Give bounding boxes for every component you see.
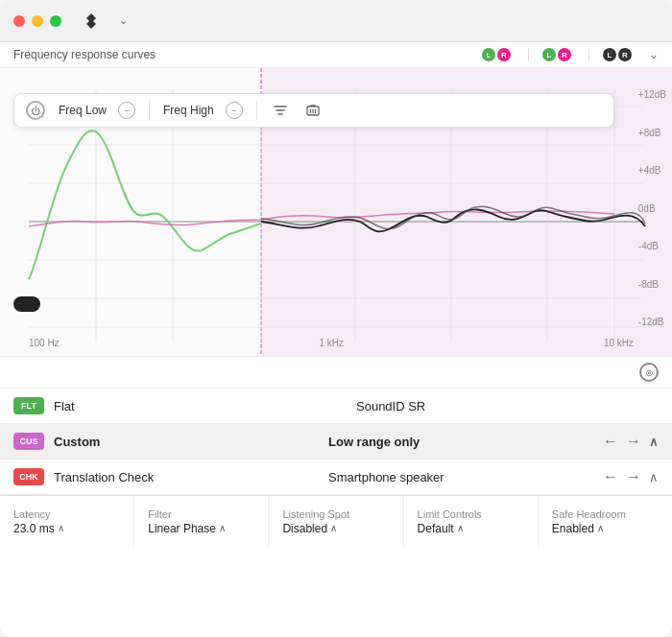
filter-delete-icon[interactable] — [303, 101, 323, 120]
toolbar-separator-1 — [149, 101, 150, 120]
calibration-lr-badge: L R — [542, 48, 571, 61]
hz-100: 100 Hz — [29, 338, 60, 348]
preset-collapse-2[interactable]: ∧ — [649, 470, 659, 484]
freq-high-control: Freq High − — [163, 102, 243, 119]
fullscreen-button[interactable] — [50, 15, 61, 27]
cal-l-badge: L — [542, 48, 556, 61]
preset-mode-1: Low range only — [328, 435, 603, 449]
simulated-lr-badge: L R — [482, 48, 511, 61]
bottom-item-label-0: Latency — [13, 508, 120, 520]
close-button[interactable] — [13, 15, 25, 27]
preset-next-1[interactable]: → — [626, 434, 641, 449]
legend-target: L R — [603, 48, 636, 61]
preset-prev-2[interactable]: ← — [603, 469, 618, 484]
bottom-bar: Latency23.0 ms ∧FilterLinear Phase ∧List… — [0, 495, 672, 547]
bottom-item-value-4: Enabled ∧ — [552, 522, 659, 535]
bottom-item-value-3: Default ∧ — [418, 522, 524, 535]
target-l-badge: L — [603, 48, 616, 61]
bottom-item-arrow-4[interactable]: ∧ — [597, 523, 604, 533]
target-r-badge: R — [618, 48, 632, 61]
preset-mode-2: Smartphone speaker — [328, 470, 603, 484]
db-label-neg8: -8dB — [638, 279, 666, 290]
app-icon — [81, 11, 102, 32]
bottom-item-label-3: Limit Controls — [418, 508, 524, 520]
freq-low-control: Freq Low − — [59, 102, 135, 119]
preset-actions-1: ←→∧ — [603, 434, 659, 449]
toolbar-separator-2 — [256, 101, 257, 120]
bottom-item-4[interactable]: Safe HeadroomEnabled ∧ — [539, 496, 672, 547]
preset-row-0[interactable]: FLTFlatSoundID SR — [0, 389, 672, 424]
db-label-4: +4dB — [638, 165, 666, 176]
bottom-item-value-1: Linear Phase ∧ — [148, 522, 254, 535]
freq-low-decrease[interactable]: − — [118, 102, 135, 119]
preset-row-2[interactable]: CHKTranslation CheckSmartphone speaker←→… — [0, 460, 672, 495]
preset-name-2: Translation Check — [54, 470, 328, 484]
legend-divider-2 — [588, 48, 589, 61]
app-dropdown-icon[interactable]: ⌄ — [119, 14, 128, 27]
hz-labels: 100 Hz 1 kHz 10 kHz — [29, 338, 634, 348]
preset-mode-0: SoundID SR — [356, 399, 659, 413]
freq-response-label: Frequency response curves — [13, 48, 482, 61]
legend-calibration: L R — [542, 48, 575, 61]
db-label-neg12: -12dB — [638, 317, 666, 327]
freq-high-label: Freq High — [163, 104, 214, 117]
legend-simulated: L R — [482, 48, 515, 61]
titlebar: ⌄ — [0, 0, 672, 42]
chart-area: ⏻ Freq Low − Freq High − — [0, 68, 672, 356]
preset-next-2[interactable]: → — [626, 469, 641, 484]
db-labels: +12dB +8dB +4dB 0dB -4dB -8dB -12dB — [638, 89, 666, 327]
preset-name-0: Flat — [54, 399, 356, 413]
freq-high-decrease[interactable]: − — [226, 102, 243, 119]
preset-collapse-1[interactable]: ∧ — [649, 435, 659, 449]
db-label-8: +8dB — [638, 128, 666, 138]
bottom-item-label-1: Filter — [148, 508, 254, 520]
freq-low-label: Freq Low — [59, 104, 107, 117]
cal-r-badge: R — [558, 48, 571, 61]
freq-response-header: Frequency response curves L R L R — [0, 42, 672, 68]
bottom-item-0[interactable]: Latency23.0 ms ∧ — [0, 496, 134, 547]
preset-row-1[interactable]: CUSCustomLow range only←→∧ — [0, 424, 672, 460]
preset-list: FLTFlatSoundID SRCUSCustomLow range only… — [0, 389, 672, 495]
bottom-item-label-4: Safe Headroom — [552, 508, 659, 520]
power-button[interactable]: ⏻ — [26, 101, 45, 120]
minimize-button[interactable] — [32, 15, 43, 27]
filter-toolbar: ⏻ Freq Low − Freq High − — [13, 93, 614, 128]
hz-10k: 10 kHz — [604, 338, 634, 348]
preset-prev-1[interactable]: ← — [603, 434, 618, 449]
drywet-control: ◎ — [628, 363, 659, 382]
hz-1k: 1 kHz — [320, 338, 345, 348]
main-window: ⌄ Frequency response curves L R L R — [0, 0, 672, 637]
create-preset-button[interactable] — [13, 296, 40, 312]
target-lr-badge: L R — [603, 48, 632, 61]
preset-badge-1: CUS — [13, 433, 44, 450]
traffic-lights — [13, 15, 61, 27]
bottom-item-arrow-0[interactable]: ∧ — [58, 523, 64, 533]
filter-settings-icon[interactable] — [271, 101, 290, 120]
target-bar: ◎ — [0, 356, 672, 389]
simulated-r-badge: R — [497, 48, 511, 61]
bottom-item-arrow-1[interactable]: ∧ — [219, 523, 226, 533]
app-title: ⌄ — [113, 14, 128, 27]
bottom-item-label-2: Listening Spot — [282, 508, 389, 520]
preset-actions-2: ←→∧ — [603, 469, 659, 484]
bottom-item-arrow-3[interactable]: ∧ — [457, 523, 464, 533]
legend-divider-1 — [528, 48, 529, 61]
on-section-label — [0, 68, 262, 89]
bottom-item-3[interactable]: Limit ControlsDefault ∧ — [404, 496, 539, 547]
db-label-12: +12dB — [638, 89, 666, 100]
bottom-item-arrow-2[interactable]: ∧ — [330, 523, 337, 533]
preset-badge-0: FLT — [13, 397, 44, 414]
legend: L R L R L R ⌄ — [482, 48, 659, 61]
db-label-0: 0dB — [638, 203, 666, 214]
bottom-item-value-2: Disabled ∧ — [282, 522, 389, 535]
bottom-item-1[interactable]: FilterLinear Phase ∧ — [134, 496, 269, 547]
legend-expand-icon[interactable]: ⌄ — [649, 48, 659, 61]
off-section-label — [262, 68, 672, 89]
bottom-item-2[interactable]: Listening SpotDisabled ∧ — [269, 496, 403, 547]
drywet-knob[interactable]: ◎ — [639, 363, 659, 382]
preset-badge-2: CHK — [13, 468, 44, 485]
simulated-l-badge: L — [482, 48, 495, 61]
bottom-item-value-0: 23.0 ms ∧ — [13, 522, 120, 535]
preset-name-1: Custom — [54, 435, 328, 449]
db-label-neg4: -4dB — [638, 241, 666, 251]
